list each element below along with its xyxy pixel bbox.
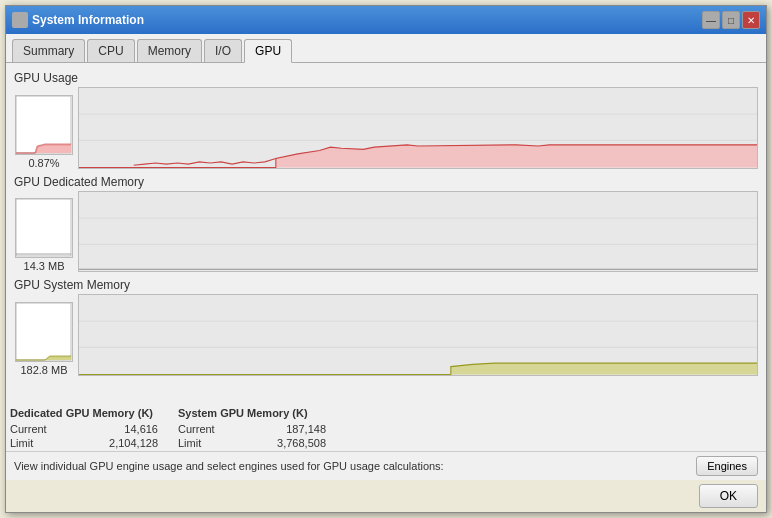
system-current-label: Current bbox=[178, 423, 248, 435]
maximize-button[interactable]: □ bbox=[722, 11, 740, 29]
title-bar: System Information — □ ✕ bbox=[6, 6, 766, 34]
dedicated-current-row: Current 14,616 bbox=[10, 423, 158, 435]
gpu-usage-mini-container: 0.87% bbox=[14, 87, 74, 169]
gpu-usage-value: 0.87% bbox=[28, 157, 59, 169]
dedicated-current-label: Current bbox=[10, 423, 80, 435]
system-current-value: 187,148 bbox=[256, 423, 326, 435]
dedicated-limit-row: Limit 2,104,128 bbox=[10, 437, 158, 449]
tab-bar: Summary CPU Memory I/O GPU bbox=[6, 34, 766, 63]
footer-text: View individual GPU engine usage and sel… bbox=[14, 460, 696, 472]
engines-button[interactable]: Engines bbox=[696, 456, 758, 476]
system-stats-col: System GPU Memory (K) Current 187,148 Li… bbox=[178, 407, 326, 449]
gpu-system-mini-chart bbox=[15, 302, 73, 362]
svg-marker-7 bbox=[79, 363, 757, 374]
gpu-usage-label: GPU Usage bbox=[14, 71, 758, 85]
svg-marker-2 bbox=[79, 145, 757, 168]
gpu-usage-row: 0.87% bbox=[14, 87, 758, 169]
gpu-dedicated-label: GPU Dedicated Memory bbox=[14, 175, 758, 189]
gpu-dedicated-section: GPU Dedicated Memory 14.3 MB bbox=[14, 175, 758, 273]
tab-gpu[interactable]: GPU bbox=[244, 39, 292, 63]
gpu-system-mini-container: 182.8 MB bbox=[14, 294, 74, 376]
gpu-usage-main-chart bbox=[78, 87, 758, 169]
gpu-system-row: 182.8 MB bbox=[14, 294, 758, 376]
gpu-system-label: GPU System Memory bbox=[14, 278, 758, 292]
system-limit-value: 3,768,508 bbox=[256, 437, 326, 449]
dedicated-limit-label: Limit bbox=[10, 437, 80, 449]
gpu-system-main-chart bbox=[78, 294, 758, 376]
main-window: System Information — □ ✕ Summary CPU Mem… bbox=[5, 5, 767, 513]
system-stats-header: System GPU Memory (K) bbox=[178, 407, 326, 419]
gpu-dedicated-main-chart bbox=[78, 191, 758, 273]
minimize-button[interactable]: — bbox=[702, 11, 720, 29]
gpu-dedicated-row: 14.3 MB bbox=[14, 191, 758, 273]
dedicated-limit-value: 2,104,128 bbox=[88, 437, 158, 449]
gpu-dedicated-mini-container: 14.3 MB bbox=[14, 191, 74, 273]
system-limit-label: Limit bbox=[178, 437, 248, 449]
gpu-usage-mini-chart bbox=[15, 95, 73, 155]
tab-io[interactable]: I/O bbox=[204, 39, 242, 62]
dedicated-stats-header: Dedicated GPU Memory (K) bbox=[10, 407, 158, 419]
title-controls: — □ ✕ bbox=[702, 11, 760, 29]
gpu-dedicated-value: 14.3 MB bbox=[24, 260, 65, 272]
dedicated-stats-col: Dedicated GPU Memory (K) Current 14,616 … bbox=[10, 407, 158, 449]
system-limit-row: Limit 3,768,508 bbox=[178, 437, 326, 449]
tab-summary[interactable]: Summary bbox=[12, 39, 85, 62]
main-content: GPU Usage 0.87% bbox=[6, 63, 766, 401]
gpu-system-section: GPU System Memory 182.8 MB bbox=[14, 278, 758, 376]
tab-memory[interactable]: Memory bbox=[137, 39, 202, 62]
title-bar-left: System Information bbox=[12, 12, 144, 28]
system-current-row: Current 187,148 bbox=[178, 423, 326, 435]
dedicated-current-value: 14,616 bbox=[88, 423, 158, 435]
ok-button[interactable]: OK bbox=[699, 484, 758, 508]
stats-section: Dedicated GPU Memory (K) Current 14,616 … bbox=[6, 401, 766, 451]
gpu-system-value: 182.8 MB bbox=[20, 364, 67, 376]
window-title: System Information bbox=[32, 13, 144, 27]
tab-cpu[interactable]: CPU bbox=[87, 39, 134, 62]
close-button[interactable]: ✕ bbox=[742, 11, 760, 29]
ok-bar: OK bbox=[6, 480, 766, 512]
gpu-dedicated-mini-chart bbox=[15, 198, 73, 258]
window-icon bbox=[12, 12, 28, 28]
gpu-usage-section: GPU Usage 0.87% bbox=[14, 71, 758, 169]
footer-row: View individual GPU engine usage and sel… bbox=[6, 451, 766, 480]
